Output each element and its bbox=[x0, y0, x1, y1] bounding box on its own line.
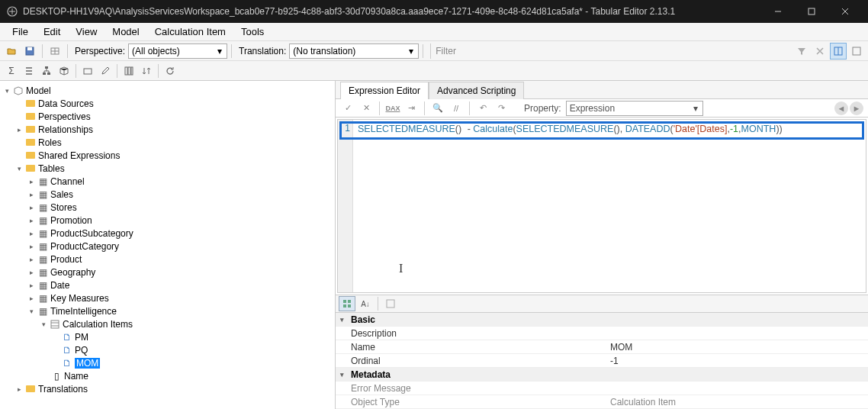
measure-icon[interactable]: Σ bbox=[3, 63, 20, 79]
open-icon[interactable] bbox=[3, 43, 20, 60]
svg-rect-11 bbox=[125, 67, 127, 75]
prop-description[interactable]: Description bbox=[348, 328, 607, 339]
translation-label: Translation: bbox=[236, 46, 288, 56]
property-grid[interactable]: ▾Basic Description NameMOM Ordinal-1 ▾Me… bbox=[336, 313, 868, 409]
code-area[interactable]: SELECTEDMEASURE() - Calculate(SELECTEDME… bbox=[353, 120, 866, 292]
tab-expression-editor[interactable]: Expression Editor bbox=[340, 82, 429, 99]
hierarchy-icon[interactable] bbox=[38, 63, 55, 79]
tree-node-perspectives[interactable]: Perspectives bbox=[38, 111, 91, 122]
menu-edit[interactable]: Edit bbox=[37, 24, 66, 39]
categorized-icon[interactable] bbox=[339, 296, 355, 311]
tree-calculation-items[interactable]: Calculation Items bbox=[63, 319, 133, 330]
svg-rect-7 bbox=[45, 66, 48, 69]
tree-column-name[interactable]: Name bbox=[64, 371, 88, 382]
accept-icon[interactable]: ✓ bbox=[340, 101, 355, 116]
tree-node-datasources[interactable]: Data Sources bbox=[38, 98, 94, 109]
sort-icon[interactable] bbox=[138, 63, 155, 79]
menu-model[interactable]: Model bbox=[106, 24, 145, 39]
calc-item-icon: 🗋 bbox=[61, 345, 73, 356]
tree-table-productcategory[interactable]: ProductCategory bbox=[50, 241, 119, 252]
tree-calcitem-pm[interactable]: PM bbox=[75, 332, 88, 343]
cube-icon[interactable] bbox=[56, 63, 72, 79]
table-icon: ▦ bbox=[37, 215, 49, 226]
svg-rect-3 bbox=[27, 47, 32, 50]
tree-node-model[interactable]: Model bbox=[26, 85, 51, 96]
tree-table-geography[interactable]: Geography bbox=[50, 267, 95, 278]
save-icon[interactable] bbox=[21, 43, 38, 60]
svg-rect-12 bbox=[128, 67, 130, 75]
redo-icon[interactable]: ↷ bbox=[493, 101, 509, 116]
prop-name-value[interactable]: MOM bbox=[607, 342, 868, 353]
title-bar: DESKTOP-HH1V9AQ\AnalysisServicesWorkspac… bbox=[0, 0, 868, 23]
property-combo[interactable]: Expression ▾ bbox=[566, 101, 703, 116]
menu-calculation-item[interactable]: Calculation Item bbox=[149, 24, 232, 39]
find-icon[interactable]: 🔍 bbox=[430, 101, 445, 116]
tree-node-tables[interactable]: Tables bbox=[38, 163, 65, 174]
tree-node-translations[interactable]: Translations bbox=[38, 384, 88, 395]
property-pages-icon[interactable] bbox=[382, 296, 399, 311]
model-tree[interactable]: ▾Model Data Sources Perspectives ▸Relati… bbox=[0, 81, 336, 409]
dax-format-icon[interactable]: DAX bbox=[385, 101, 400, 116]
svg-rect-14 bbox=[51, 320, 59, 328]
columns-icon[interactable] bbox=[121, 63, 137, 79]
menu-tools[interactable]: Tools bbox=[235, 24, 270, 39]
tree-table-timeintelligence[interactable]: TimeIntelligence bbox=[50, 306, 117, 317]
line-gutter: 1 bbox=[338, 120, 353, 292]
folder-icon[interactable] bbox=[79, 63, 96, 79]
prop-object-type: Object Type bbox=[348, 397, 607, 407]
tree-table-productsubcategory[interactable]: ProductSubcategory bbox=[50, 228, 133, 239]
tree-calcitem-mom[interactable]: MOM bbox=[75, 358, 100, 369]
table-icon: ▦ bbox=[37, 241, 49, 252]
tree-table-stores[interactable]: Stores bbox=[50, 202, 77, 213]
table-icon: ▦ bbox=[37, 280, 49, 291]
refresh-icon[interactable] bbox=[162, 63, 178, 79]
svg-rect-18 bbox=[348, 304, 351, 308]
indent-icon[interactable]: ⇥ bbox=[403, 101, 419, 116]
comment-icon[interactable]: // bbox=[448, 101, 464, 116]
tree-table-product[interactable]: Product bbox=[50, 254, 82, 265]
tree-calcitem-pq[interactable]: PQ bbox=[75, 345, 88, 356]
minimize-button[interactable] bbox=[761, 0, 795, 23]
alphabetical-icon[interactable]: A↓ bbox=[357, 296, 374, 311]
perspective-label: Perspective: bbox=[72, 46, 127, 56]
model-icon bbox=[12, 85, 24, 96]
cancel-icon[interactable]: ✕ bbox=[358, 101, 374, 116]
deploy-icon[interactable] bbox=[47, 43, 63, 60]
prop-category-basic[interactable]: Basic bbox=[348, 314, 607, 325]
layout-single-icon[interactable] bbox=[848, 43, 865, 60]
clear-filter-icon[interactable] bbox=[812, 43, 828, 60]
expression-editor[interactable]: 1 SELECTEDMEASURE() - Calculate(SELECTED… bbox=[337, 119, 866, 293]
svg-rect-15 bbox=[343, 300, 346, 303]
tree-node-relationships[interactable]: Relationships bbox=[38, 124, 93, 135]
chevron-down-icon: ▾ bbox=[407, 46, 415, 56]
edit-icon[interactable] bbox=[97, 63, 114, 79]
table-icon: ▦ bbox=[37, 293, 49, 304]
filter-icon[interactable] bbox=[793, 43, 810, 60]
tree-table-promotion[interactable]: Promotion bbox=[50, 215, 92, 226]
nav-back-icon[interactable]: ◄ bbox=[834, 101, 848, 115]
list-icon[interactable] bbox=[21, 63, 37, 79]
tree-table-sales[interactable]: Sales bbox=[50, 189, 73, 200]
tree-table-channel[interactable]: Channel bbox=[50, 176, 85, 187]
svg-rect-9 bbox=[47, 72, 50, 75]
undo-icon[interactable]: ↶ bbox=[475, 101, 490, 116]
tree-table-keymeasures[interactable]: Key Measures bbox=[50, 293, 109, 304]
nav-forward-icon[interactable]: ► bbox=[850, 101, 863, 115]
prop-category-metadata[interactable]: Metadata bbox=[348, 369, 607, 380]
close-button[interactable] bbox=[828, 0, 862, 23]
prop-object-type-value: Calculation Item bbox=[607, 397, 868, 407]
tab-advanced-scripting[interactable]: Advanced Scripting bbox=[429, 82, 524, 99]
menu-view[interactable]: View bbox=[69, 24, 103, 39]
prop-name[interactable]: Name bbox=[348, 342, 607, 353]
tree-table-date[interactable]: Date bbox=[50, 280, 69, 291]
prop-ordinal[interactable]: Ordinal bbox=[348, 356, 607, 366]
perspective-combo[interactable]: (All objects) ▾ bbox=[128, 43, 227, 59]
layout-split-icon[interactable] bbox=[830, 43, 847, 60]
filter-input[interactable]: Filter bbox=[430, 43, 792, 59]
tree-node-sharedexpr[interactable]: Shared Expressions bbox=[38, 150, 120, 161]
menu-file[interactable]: File bbox=[6, 24, 34, 39]
prop-ordinal-value[interactable]: -1 bbox=[607, 356, 868, 366]
tree-node-roles[interactable]: Roles bbox=[38, 137, 62, 148]
maximize-button[interactable] bbox=[795, 0, 828, 23]
translation-combo[interactable]: (No translation) ▾ bbox=[289, 43, 419, 59]
